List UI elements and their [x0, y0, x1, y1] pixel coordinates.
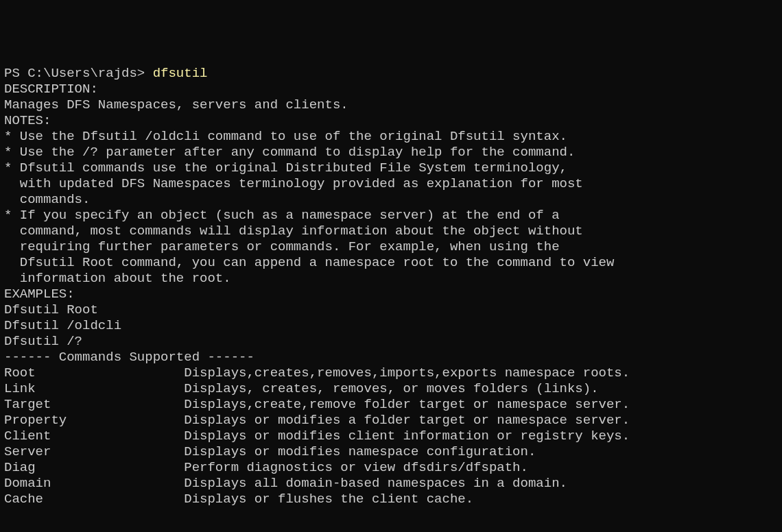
command-line: Property Displays or modifies a folder t… [4, 413, 778, 428]
prompt-prefix: PS C:\Users\rajds> [4, 66, 153, 81]
prompt-command: dfsutil [153, 66, 208, 81]
prompt-line: PS C:\Users\rajds> dfsutil [4, 66, 778, 82]
notes-line: with updated DFS Namespaces terminology … [4, 176, 778, 192]
notes-line: * Use the /? parameter after any command… [4, 145, 778, 160]
examples-header: EXAMPLES: [4, 287, 778, 302]
notes-line: requiring further parameters or commands… [4, 239, 778, 255]
command-line: Link Displays, creates, removes, or move… [4, 381, 778, 397]
command-line: Domain Displays all domain-based namespa… [4, 476, 778, 492]
notes-line: information about the root. [4, 271, 778, 287]
example-line: Dfsutil Root [4, 302, 778, 318]
terminal-output[interactable]: PS C:\Users\rajds> dfsutilDESCRIPTION:Ma… [4, 66, 778, 507]
command-line: Server Displays or modifies namespace co… [4, 444, 778, 460]
command-line: Client Displays or modifies client infor… [4, 428, 778, 444]
description-text: Manages DFS Namespaces, servers and clie… [4, 97, 778, 113]
notes-line: Dfsutil Root command, you can append a n… [4, 255, 778, 271]
description-header: DESCRIPTION: [4, 82, 778, 97]
example-line: Dfsutil /oldcli [4, 318, 778, 334]
command-line: Diag Perform diagnostics or view dfsdirs… [4, 460, 778, 476]
example-line: Dfsutil /? [4, 334, 778, 350]
command-line: Target Displays,create,remove folder tar… [4, 397, 778, 413]
command-line: Root Displays,creates,removes,imports,ex… [4, 365, 778, 381]
command-line: Cache Displays or flushes the client cac… [4, 492, 778, 507]
notes-line: command, most commands will display info… [4, 223, 778, 239]
commands-header: ------ Commands Supported ------ [4, 350, 778, 365]
notes-header: NOTES: [4, 113, 778, 129]
notes-line: * Use the Dfsutil /oldcli command to use… [4, 129, 778, 145]
notes-line: * If you specify an object (such as a na… [4, 208, 778, 223]
notes-line: * Dfsutil commands use the original Dist… [4, 160, 778, 176]
notes-line: commands. [4, 192, 778, 208]
